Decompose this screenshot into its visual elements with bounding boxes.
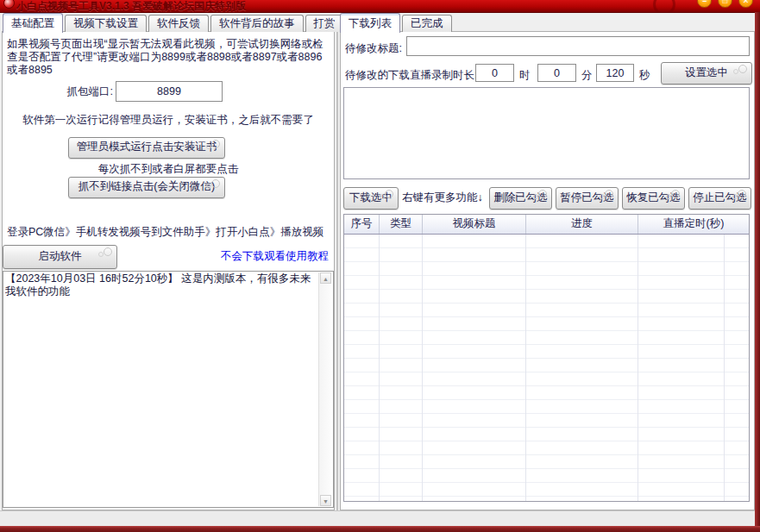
proxy-help-text: 如果视频号页面出现“显示暂无法观看此视频，可尝试切换网络或检查是否配置了代理”请… <box>7 38 330 77</box>
capture-port-label: 抓包端口: <box>3 84 113 99</box>
tab-basic-config[interactable]: 基础配置 <box>3 13 63 33</box>
swirl-icon <box>538 190 547 198</box>
window-title: 小白点视频号工具V3.1.3 吾爱破解论坛国庆特别版 <box>16 0 246 13</box>
swirl-icon <box>104 247 112 256</box>
usage-steps-text: 登录PC微信》手机转发视频号到文件助手》打开小白点》播放视频 <box>7 225 323 240</box>
scroll-up-icon[interactable]: ▲ <box>320 272 331 284</box>
table-column <box>344 235 380 501</box>
set-selected-button[interactable]: 设置选中 <box>661 62 752 84</box>
minutes-input[interactable] <box>537 64 576 82</box>
download-selected-button[interactable]: 下载选中 <box>343 187 399 210</box>
install-cert-button[interactable]: 管理员模式运行点击安装证书 <box>68 137 225 159</box>
start-software-button[interactable]: 启动软件 <box>3 245 117 269</box>
col-header-progress[interactable]: 进度 <box>526 215 638 234</box>
col-header-index[interactable]: 序号 <box>344 215 380 234</box>
title-bar: 小白点视频号工具V3.1.3 吾爱破解论坛国庆特别版 － □ ✕ <box>0 0 760 13</box>
table-column <box>423 235 526 501</box>
download-table-header: 序号 类型 视频标题 进度 直播定时(秒) <box>344 215 749 235</box>
pending-title-label: 待修改标题: <box>345 41 402 56</box>
status-bar <box>0 510 755 527</box>
window-border-right <box>755 12 760 532</box>
swirl-icon <box>671 190 680 198</box>
scroll-down-icon[interactable]: ▼ <box>320 495 331 506</box>
tutorial-link[interactable]: 不会下载观看使用教程 <box>221 249 329 264</box>
record-duration-label: 待修改的下载直播录制时长: <box>345 68 477 83</box>
minutes-unit-label: 分 <box>581 68 593 83</box>
pending-edit-box[interactable] <box>343 87 750 179</box>
click-note: 每次抓不到或者白屏都要点击 <box>3 162 334 177</box>
tab-story[interactable]: 软件背后的故事 <box>210 15 304 32</box>
left-tab-strip: 基础配置 视频下载设置 软件反馈 软件背后的故事 打赏 <box>3 13 344 32</box>
seconds-input[interactable] <box>596 64 634 82</box>
hours-input[interactable] <box>475 64 514 82</box>
download-list-panel: 待修改标题: 待修改的下载直播录制时长: 时 分 秒 设置选中 下载选中 右键有… <box>340 31 755 510</box>
log-area[interactable]: 【2023年10月03日 16时52分10秒】 这是内测版本，有很多未来我软件的… <box>3 271 334 508</box>
start-software-button-label: 启动软件 <box>39 250 82 262</box>
swirl-icon <box>385 190 393 198</box>
right-click-hint: 右键有更多功能↓ <box>402 191 483 205</box>
seconds-unit-label: 秒 <box>639 68 650 83</box>
table-column <box>380 235 423 501</box>
tab-download-list[interactable]: 下载列表 <box>340 13 400 33</box>
hours-unit-label: 时 <box>519 68 531 83</box>
table-column <box>526 235 638 501</box>
titlebar-swirl-decoration <box>653 0 675 13</box>
tab-completed[interactable]: 已完成 <box>402 15 452 32</box>
table-column <box>638 235 725 501</box>
maximize-icon[interactable]: □ <box>718 0 732 8</box>
relink-button-label: 抓不到链接点击(会关闭微信) <box>79 180 215 192</box>
swirl-icon <box>211 179 220 188</box>
close-icon[interactable]: ✕ <box>738 0 753 8</box>
stop-checked-button[interactable]: 停止已勾选 <box>688 187 751 210</box>
swirl-icon <box>738 190 746 198</box>
right-tab-strip: 下载列表 已完成 <box>340 13 452 32</box>
swirl-icon <box>738 65 747 73</box>
pause-checked-button[interactable]: 暂停已勾选 <box>556 187 619 210</box>
delete-checked-button[interactable]: 删除已勾选 <box>489 187 552 210</box>
panel-divider <box>336 31 338 510</box>
install-cert-button-label: 管理员模式运行点击安装证书 <box>77 141 217 153</box>
col-header-live-timer[interactable]: 直播定时(秒) <box>638 215 749 234</box>
col-header-type[interactable]: 类型 <box>380 215 423 234</box>
action-button-row: 下载选中 右键有更多功能↓ 删除已勾选 暂停已勾选 恢复已勾选 停止已勾选 <box>343 187 751 208</box>
relink-button[interactable]: 抓不到链接点击(会关闭微信) <box>68 177 225 198</box>
window-border-bottom <box>0 526 760 532</box>
app-window: 小白点视频号工具V3.1.3 吾爱破解论坛国庆特别版 － □ ✕ 基础配置 视频… <box>0 0 760 532</box>
resume-checked-button[interactable]: 恢复已勾选 <box>622 187 685 210</box>
log-text: 【2023年10月03日 16时52分10秒】 这是内测版本，有很多未来我软件的… <box>5 272 317 298</box>
set-selected-button-label: 设置选中 <box>685 66 728 78</box>
pending-title-input[interactable] <box>406 36 750 56</box>
table-column <box>725 235 749 501</box>
download-table: 序号 类型 视频标题 进度 直播定时(秒) <box>343 214 750 502</box>
tab-feedback[interactable]: 软件反馈 <box>148 15 209 32</box>
tab-donate[interactable]: 打赏 <box>305 15 344 32</box>
minimize-icon[interactable]: － <box>697 0 712 8</box>
capture-port-input[interactable] <box>116 81 223 102</box>
swirl-icon <box>605 190 613 198</box>
swirl-icon <box>211 140 220 148</box>
log-scrollbar[interactable]: ▲ ▼ <box>318 272 332 506</box>
first-run-note: 软件第一次运行记得管理员运行，安装证书，之后就不需要了 <box>3 113 334 128</box>
basic-config-panel: 如果视频号页面出现“显示暂无法观看此视频，可尝试切换网络或检查是否配置了代理”请… <box>2 31 335 510</box>
download-table-body[interactable] <box>344 235 749 501</box>
tab-download-settings[interactable]: 视频下载设置 <box>65 15 147 32</box>
col-header-title[interactable]: 视频标题 <box>423 215 526 234</box>
app-icon <box>3 0 15 9</box>
